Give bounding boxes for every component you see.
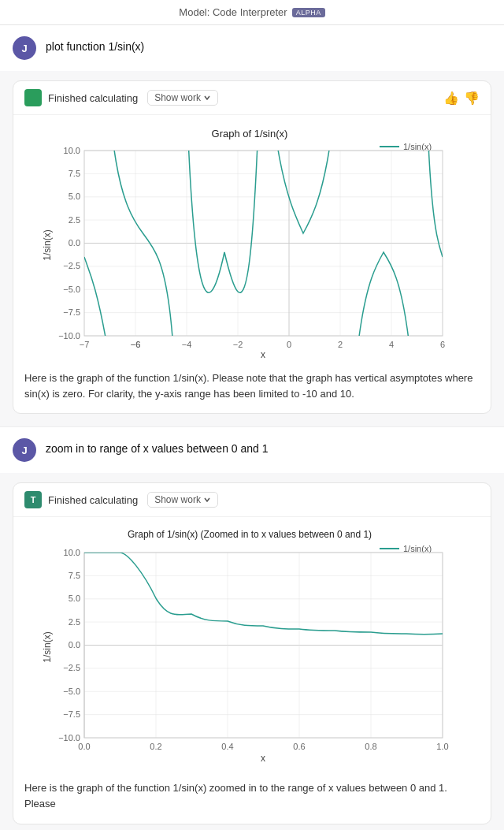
svg-text:Graph of 1/sin(x) (Zoomed in t: Graph of 1/sin(x) (Zoomed in to x values…: [128, 529, 372, 540]
avatar-t-2: T: [24, 491, 42, 508]
svg-text:0.4: 0.4: [221, 742, 233, 751]
svg-text:−7: −7: [80, 340, 90, 349]
finished-label-1: Finished calculating: [48, 92, 138, 104]
description-2: Here is the graph of the function 1/sin(…: [13, 780, 491, 823]
finished-label-2: Finished calculating: [48, 494, 138, 506]
chart-area-1: Graph of 1/sin(x) 1/sin(x): [13, 115, 491, 370]
svg-text:6: 6: [440, 340, 445, 349]
chart-svg-2: Graph of 1/sin(x) (Zoomed in to x values…: [41, 525, 458, 769]
svg-text:−10.0: −10.0: [58, 733, 80, 743]
alpha-badge: ALPHA: [292, 8, 325, 17]
svg-text:5.0: 5.0: [69, 594, 80, 603]
show-work-button-1[interactable]: Show work: [147, 90, 218, 106]
svg-text:2.5: 2.5: [69, 617, 80, 627]
ai-response-2: T Finished calculating Show work Graph o…: [0, 473, 504, 830]
chart-title-1: Graph of 1/sin(x): [212, 128, 288, 140]
svg-text:4: 4: [389, 340, 394, 349]
svg-text:0.2: 0.2: [150, 742, 161, 751]
description-1: Here is the graph of the function 1/sin(…: [13, 370, 491, 413]
svg-text:−5.0: −5.0: [63, 687, 80, 696]
top-bar: Model: Code Interpreter ALPHA: [0, 0, 504, 25]
svg-text:2: 2: [338, 340, 343, 349]
thumbs-up-1[interactable]: 👍: [443, 91, 459, 106]
svg-rect-40: [41, 525, 458, 769]
svg-text:0: 0: [287, 340, 291, 349]
svg-text:7.5: 7.5: [69, 571, 80, 580]
avatar-j-2: J: [13, 438, 36, 462]
svg-text:−5.0: −5.0: [63, 285, 80, 294]
chart-area-2: Graph of 1/sin(x) (Zoomed in to x values…: [13, 517, 491, 780]
svg-text:−4: −4: [182, 340, 192, 349]
svg-text:0.8: 0.8: [365, 742, 376, 751]
user-message-2: J zoom in to range of x values between 0…: [0, 426, 504, 473]
model-label: Model: Code Interpreter: [179, 6, 287, 18]
svg-text:0.0: 0.0: [69, 238, 80, 248]
svg-text:0.6: 0.6: [293, 742, 305, 751]
show-work-button-2[interactable]: Show work: [147, 492, 218, 508]
svg-text:7.5: 7.5: [69, 169, 80, 178]
user-message-text-1: plot function 1/sin(x): [46, 36, 144, 53]
svg-text:1/sin(x): 1/sin(x): [42, 229, 53, 260]
avatar-j-1: J: [13, 36, 36, 60]
svg-text:1/sin(x): 1/sin(x): [403, 544, 432, 553]
svg-text:1.0: 1.0: [436, 742, 448, 751]
chevron-down-icon-2: [203, 496, 211, 504]
svg-text:10.0: 10.0: [64, 146, 80, 155]
chevron-down-icon: [203, 94, 211, 102]
chart-svg-1: Graph of 1/sin(x) 1/sin(x): [41, 123, 458, 359]
user-message-text-2: zoom in to range of x values between 0 a…: [46, 438, 269, 455]
svg-text:−2.5: −2.5: [63, 663, 80, 672]
svg-text:1/sin(x): 1/sin(x): [42, 632, 53, 663]
svg-text:1/sin(x): 1/sin(x): [403, 142, 432, 151]
svg-text:x: x: [261, 349, 265, 359]
svg-text:−10.0: −10.0: [58, 331, 80, 341]
thumbs-container-1: 👍 👎: [443, 91, 480, 106]
response-header-1: Finished calculating Show work 👍 👎: [13, 81, 491, 115]
user-message-1: J plot function 1/sin(x): [0, 25, 504, 71]
svg-text:−6: −6: [131, 340, 141, 349]
svg-text:5.0: 5.0: [69, 192, 80, 201]
svg-text:−2: −2: [233, 340, 243, 349]
thumbs-down-1[interactable]: 👎: [464, 91, 480, 106]
svg-text:10.0: 10.0: [64, 548, 80, 557]
svg-text:0.0: 0.0: [69, 640, 80, 649]
svg-text:2.5: 2.5: [69, 215, 80, 225]
svg-text:−7.5: −7.5: [63, 709, 80, 719]
ai-status-icon-1: [24, 89, 42, 106]
response-header-2: T Finished calculating Show work: [13, 483, 491, 517]
svg-text:−2.5: −2.5: [63, 261, 80, 270]
svg-text:0.0: 0.0: [78, 742, 90, 751]
svg-text:x: x: [261, 753, 265, 764]
ai-response-1: Finished calculating Show work 👍 👎 Graph…: [0, 71, 504, 426]
svg-text:−7.5: −7.5: [63, 307, 80, 317]
